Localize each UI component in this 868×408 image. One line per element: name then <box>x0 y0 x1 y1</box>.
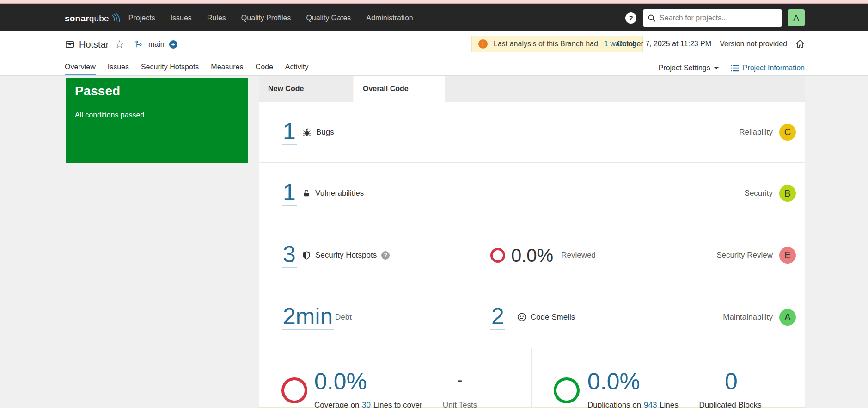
nav-item-issues[interactable]: Issues <box>171 14 192 22</box>
reliability-label: Reliability <box>739 128 773 137</box>
project-information-button[interactable]: Project Information <box>731 64 805 72</box>
user-avatar[interactable]: A <box>788 9 805 26</box>
security-label: Security <box>745 189 773 198</box>
tab-new-code[interactable]: New Code <box>259 76 353 102</box>
hotspots-label: Security Hotspots <box>315 251 377 260</box>
debt-label: Debt <box>335 313 352 322</box>
unit-tests-value: - <box>444 372 476 388</box>
logo-text-light: qube <box>89 13 109 24</box>
project-search[interactable] <box>643 9 782 27</box>
browser-top-strip <box>0 0 868 4</box>
tab-strip-filler <box>445 76 805 102</box>
help-icon[interactable]: ? <box>625 12 636 24</box>
bugs-count-link[interactable]: 1 <box>282 119 297 145</box>
sonarqube-logo[interactable]: sonarqube <box>65 12 121 24</box>
warning-icon: ! <box>478 39 488 49</box>
search-icon <box>648 14 656 22</box>
project-settings-dropdown[interactable]: Project Settings <box>659 64 719 72</box>
quality-gate-status: Passed <box>75 84 239 99</box>
code-smells-count-link[interactable]: 2 <box>490 304 505 330</box>
project-header: Hotstar ☆ main + ! Last analysis of this… <box>0 31 868 76</box>
security-rating-badge[interactable]: B <box>779 185 796 202</box>
tab-code[interactable]: Code <box>256 63 273 75</box>
analysis-date: October 7, 2025 at 11:23 PM <box>617 40 711 48</box>
bugs-label: Bugs <box>316 128 334 137</box>
favorite-star-icon[interactable]: ☆ <box>114 39 124 50</box>
code-smells-label: Code Smells <box>531 313 575 322</box>
project-settings-label: Project Settings <box>659 64 710 72</box>
duplications-cell: 0.0% Duplications on 943 Lines 0 Duplica… <box>532 348 805 408</box>
nav-item-administration[interactable]: Administration <box>366 14 413 22</box>
lines-to-cover-link[interactable]: 30 <box>361 401 371 408</box>
logo-swoosh-icon <box>110 12 121 23</box>
project-header-actions: Project Settings Project Information <box>659 64 805 72</box>
tab-overview[interactable]: Overview <box>65 63 96 75</box>
tab-security-hotspots[interactable]: Security Hotspots <box>141 63 199 75</box>
bugs-label-group: Bugs <box>302 128 334 137</box>
unit-tests-label: Unit Tests <box>430 401 490 408</box>
vulnerabilities-label: Vulnerabilities <box>315 189 364 198</box>
warning-text: Last analysis of this Branch had <box>494 40 598 48</box>
duplicated-blocks-count-link[interactable]: 0 <box>723 370 739 396</box>
tab-issues[interactable]: Issues <box>108 63 129 75</box>
bug-icon <box>302 128 312 137</box>
coverage-duplications-section: 0.0% Coverage on 30 Lines to cover - Uni… <box>259 348 805 408</box>
coverage-value-link[interactable]: 0.0% <box>314 370 367 396</box>
measures-panel: New Code Overall Code 1 Bugs Reliability… <box>259 76 805 408</box>
quality-gate-status-panel: Passed All conditions passed. <box>66 78 248 163</box>
project-title: Hotstar <box>79 39 109 50</box>
nav-item-quality-gates[interactable]: Quality Gates <box>306 14 351 22</box>
overall-code-panel: 1 Bugs Reliability C 1 Vulnerabil <box>259 102 805 408</box>
project-tabs: Overview Issues Security Hotspots Measur… <box>65 63 309 75</box>
tab-measures[interactable]: Measures <box>211 63 243 75</box>
coverage-cell: 0.0% Coverage on 30 Lines to cover - Uni… <box>259 348 532 408</box>
tab-activity[interactable]: Activity <box>285 63 309 75</box>
lock-icon <box>302 189 311 198</box>
vulnerabilities-row: 1 Vulnerabilities Security B <box>259 163 805 224</box>
vulnerabilities-label-group: Vulnerabilities <box>302 189 364 198</box>
coverage-label-after: Lines to cover <box>373 401 422 408</box>
security-hotspots-row: 3 Security Hotspots ? 0.0% Reviewed Secu… <box>259 224 805 286</box>
chevron-down-icon <box>714 67 719 72</box>
tab-overall-code[interactable]: Overall Code <box>354 76 445 102</box>
reliability-rating-badge[interactable]: C <box>779 124 796 141</box>
branch-selector[interactable]: main <box>148 40 165 49</box>
version-label: Version not provided <box>720 40 787 48</box>
vulnerabilities-count-link[interactable]: 1 <box>282 181 297 206</box>
sonarqube-app: sonarqube Projects Issues Rules Quality … <box>0 0 868 408</box>
bugs-row: 1 Bugs Reliability C <box>259 102 805 163</box>
hotspots-count-link[interactable]: 3 <box>282 242 297 268</box>
hotspots-help-icon[interactable]: ? <box>381 251 390 260</box>
duplications-label: Duplications on 943 Lines <box>587 401 679 408</box>
topbar-right-cluster: ? A <box>625 9 805 27</box>
maintainability-rating-badge[interactable]: A <box>779 309 796 326</box>
main-nav: Projects Issues Rules Quality Profiles Q… <box>128 14 413 22</box>
coverage-label: Coverage on 30 Lines to cover <box>314 401 422 408</box>
project-information-label: Project Information <box>743 64 805 72</box>
hotspots-label-group: Security Hotspots ? <box>302 251 390 260</box>
nav-item-rules[interactable]: Rules <box>207 14 226 22</box>
code-smells-label-group: Code Smells <box>517 313 575 322</box>
reviewed-value: 0.0% <box>511 246 553 265</box>
code-smells-icon <box>517 313 526 322</box>
maintainability-rating-group: Maintainability A <box>723 309 796 326</box>
duplicated-lines-link[interactable]: 943 <box>643 401 657 408</box>
security-review-rating-group: Security Review E <box>716 247 796 264</box>
add-branch-button[interactable]: + <box>169 40 177 49</box>
nav-item-projects[interactable]: Projects <box>128 14 155 22</box>
project-icon <box>65 40 74 49</box>
branch-icon <box>134 40 143 49</box>
project-title-row: Hotstar ☆ main + <box>65 35 177 54</box>
duplications-value-link[interactable]: 0.0% <box>587 370 640 396</box>
duplications-ring-icon <box>554 377 580 403</box>
home-icon[interactable] <box>795 39 805 49</box>
debt-value-link[interactable]: 2min <box>282 304 334 330</box>
code-period-tabs: New Code Overall Code <box>259 76 805 102</box>
coverage-ring-icon <box>281 377 307 403</box>
search-input[interactable] <box>660 14 775 22</box>
top-navbar: sonarqube Projects Issues Rules Quality … <box>0 4 868 31</box>
duplications-label-before: Duplications on <box>587 401 641 408</box>
duplications-label-after: Lines <box>660 401 679 408</box>
security-review-rating-badge[interactable]: E <box>779 247 796 264</box>
nav-item-quality-profiles[interactable]: Quality Profiles <box>241 14 291 22</box>
